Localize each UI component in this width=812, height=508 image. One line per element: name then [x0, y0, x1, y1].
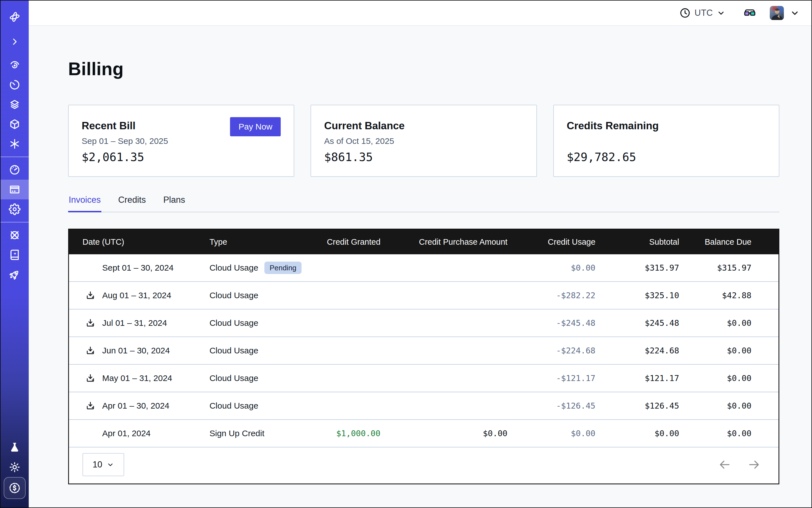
chevron-down-icon — [790, 8, 800, 18]
sidebar-expand-button[interactable] — [1, 33, 29, 50]
app-window: UTC — [0, 0, 812, 508]
page-size-select[interactable]: 10 — [83, 453, 124, 476]
tab-credits[interactable]: Credits — [118, 195, 146, 212]
download-invoice-button[interactable] — [85, 373, 95, 383]
column-header-balance-due: Balance Due — [679, 229, 778, 254]
subtotal-value: $325.10 — [596, 282, 679, 309]
recent-bill-card: Recent Bill Sep 01 – Sep 30, 2025 $2,061… — [68, 105, 294, 177]
sidebar-item-billing[interactable] — [1, 180, 29, 199]
sidebar-item-experiments[interactable] — [1, 437, 29, 457]
invoice-table-body: Sept 01 – 30, 2024 Cloud Usage Pending $… — [69, 254, 778, 447]
balance-due-value: $315.97 — [679, 254, 778, 282]
user-avatar[interactable] — [770, 6, 784, 20]
download-invoice-button[interactable] — [85, 318, 95, 328]
credit-usage-value: $0.00 — [507, 420, 595, 447]
credits-remaining-amount: $29,782.65 — [567, 151, 636, 164]
clock-history-icon — [9, 79, 20, 91]
download-icon — [85, 290, 95, 300]
balance-due-value: $0.00 — [679, 365, 778, 392]
subtotal-value: $224.68 — [596, 337, 679, 365]
invoice-type: Cloud Usage — [210, 318, 258, 328]
download-invoice-button[interactable] — [85, 401, 95, 411]
sidebar-item-theme-toggle[interactable] — [1, 457, 29, 477]
table-row: May 01 – 31, 2024 Cloud Usage -$121.17 $… — [69, 365, 778, 392]
sidebar-item-usage[interactable] — [1, 160, 29, 180]
reader-mode-button[interactable] — [743, 6, 756, 19]
table-row: Aug 01 – 31, 2024 Cloud Usage -$282.22 $… — [69, 282, 778, 309]
account-menu-button[interactable] — [790, 8, 800, 18]
subtotal-value: $121.17 — [596, 365, 679, 392]
timezone-selector[interactable]: UTC — [679, 7, 725, 18]
balance-due-value: $0.00 — [679, 337, 778, 365]
previous-page-button[interactable] — [718, 458, 731, 471]
sidebar-item-rewards[interactable] — [4, 477, 26, 499]
invoice-date: Aug 01 – 31, 2024 — [102, 291, 171, 300]
credit-usage-value: -$121.17 — [507, 365, 595, 392]
sidebar-item-compute[interactable] — [1, 114, 29, 134]
column-header-credit-granted: Credit Granted — [311, 229, 380, 254]
sidebar-item-services[interactable] — [1, 134, 29, 154]
sidebar-nav-primary — [1, 55, 29, 154]
sidebar-item-history[interactable] — [1, 75, 29, 95]
column-header-credit-usage: Credit Usage — [507, 229, 595, 254]
credit-granted-value — [311, 254, 380, 282]
logo[interactable] — [1, 8, 29, 26]
subtotal-value: $126.45 — [596, 392, 679, 420]
credit-granted-value — [311, 282, 380, 309]
download-icon — [85, 373, 95, 383]
pagination — [718, 458, 766, 471]
table-row: Sept 01 – 30, 2024 Cloud Usage Pending $… — [69, 254, 778, 282]
credit-granted-value — [311, 392, 380, 420]
next-page-button[interactable] — [747, 458, 761, 471]
sidebar-item-launch[interactable] — [1, 265, 29, 285]
clock-icon — [679, 7, 691, 18]
invoice-type: Cloud Usage — [210, 291, 258, 300]
sidebar-nav-resources — [1, 225, 29, 285]
credit-granted-value — [311, 365, 380, 392]
download-invoice-button[interactable] — [85, 345, 95, 356]
credit-granted-value — [311, 337, 380, 365]
topbar: UTC — [29, 1, 811, 26]
credit-card-icon — [9, 183, 20, 196]
sidebar-item-docs[interactable] — [1, 245, 29, 265]
invoices-table: Date (UTC) Type Credit Granted Credit Pu… — [68, 229, 779, 484]
current-balance-card: Current Balance As of Oct 15, 2025 $861.… — [310, 105, 537, 177]
sidebar-item-settings[interactable] — [1, 199, 29, 219]
sidebar-item-fleet[interactable] — [1, 225, 29, 245]
download-icon — [85, 318, 95, 328]
page-size-value: 10 — [93, 460, 102, 470]
cube-icon — [9, 118, 20, 130]
table-row: Apr 01, 2024 Sign Up Credit $1,000.00 $0… — [69, 420, 778, 447]
helm-icon — [9, 229, 20, 241]
rocket-icon — [9, 269, 20, 281]
asterisk-icon — [9, 138, 20, 150]
sidebar — [1, 1, 29, 507]
card-title: Current Balance — [324, 120, 523, 132]
tab-invoices[interactable]: Invoices — [68, 195, 101, 212]
invoice-date: Sept 01 – 30, 2024 — [102, 263, 174, 272]
credit-purchase-value — [380, 309, 507, 337]
layers-icon — [9, 98, 20, 111]
gear-icon — [9, 203, 20, 215]
balance-due-value: $0.00 — [679, 420, 778, 447]
credit-usage-value: -$282.22 — [507, 282, 595, 309]
content: Billing Recent Bill Sep 01 – Sep 30, 202… — [29, 26, 811, 507]
sidebar-divider — [1, 157, 29, 157]
pay-now-button[interactable]: Pay Now — [230, 117, 281, 136]
credit-purchase-value: $0.00 — [380, 420, 507, 447]
column-header-type: Type — [210, 229, 311, 254]
sidebar-item-observe[interactable] — [1, 55, 29, 75]
invoice-date: Jul 01 – 31, 2024 — [102, 318, 167, 328]
balance-due-value: $42.88 — [679, 282, 778, 309]
balance-due-value: $0.00 — [679, 392, 778, 420]
tab-plans[interactable]: Plans — [163, 195, 186, 212]
card-subtitle: As of Oct 15, 2025 — [324, 136, 523, 146]
credit-usage-value: -$126.45 — [507, 392, 595, 420]
invoice-type: Sign Up Credit — [210, 429, 264, 438]
download-icon — [85, 401, 95, 411]
sidebar-divider — [1, 222, 29, 222]
arrow-right-icon — [747, 458, 761, 471]
sidebar-item-layers[interactable] — [1, 95, 29, 114]
credit-usage-value: -$224.68 — [507, 337, 595, 365]
download-invoice-button[interactable] — [85, 290, 95, 300]
